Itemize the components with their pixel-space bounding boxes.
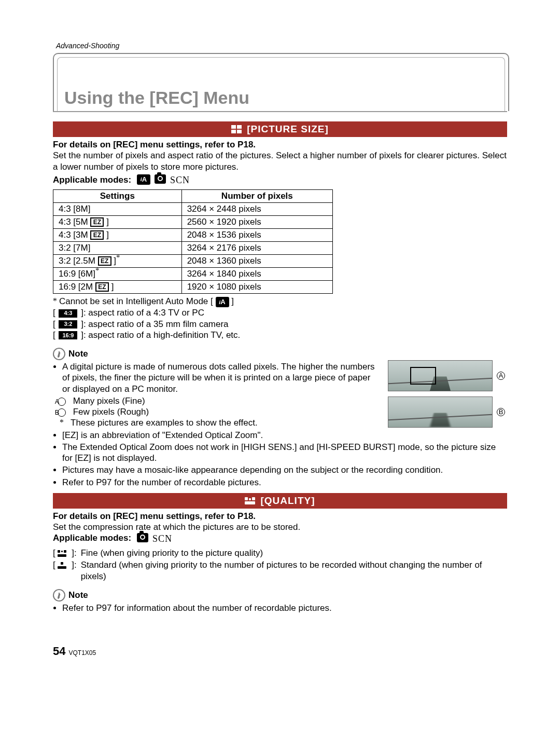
note-bullet: [EZ] is an abbreviation of "Extended Opt… [62, 430, 507, 441]
picture-size-heading: [PICTURE SIZE] [53, 121, 507, 137]
thumbnail-fine [388, 360, 493, 391]
quality-icon [245, 497, 255, 504]
pencil-icon [54, 349, 64, 359]
applicable-modes-label: Applicable modes: [53, 175, 131, 185]
example-thumbnails: A B [388, 360, 507, 428]
ratio-4-3-badge: 4:3 [59, 309, 77, 318]
table-row: 16:9 [2M EZ ] 1920 × 1080 pixels [53, 280, 333, 293]
footnote-3-2: [ 3:2 ]: aspect ratio of a 35 mm film ca… [53, 319, 507, 330]
asterisk: * [95, 266, 100, 275]
picture-size-icon [231, 125, 242, 133]
quality-fine-item: [ ]: Fine (when giving priority to the p… [53, 548, 507, 558]
circled-a-icon: A [58, 398, 66, 406]
camera-mode-icon [155, 174, 166, 184]
camera-mode-icon [137, 533, 148, 542]
note-icon [51, 587, 68, 604]
thumbnail-label-a: A [497, 372, 505, 380]
table-row: 3:2 [7M] 3264 × 2176 pixels [53, 241, 333, 254]
scn-mode-icon: SCN [152, 533, 172, 545]
section-path: Advanced-Shooting [56, 42, 507, 50]
quality-heading-label: [QUALITY] [260, 495, 315, 507]
ez-icon: EZ [90, 217, 104, 227]
page-number: 54 [53, 645, 65, 658]
picsize-ref-line: For details on [REC] menu settings, refe… [53, 139, 507, 150]
picsize-description: Set the number of pixels and aspect rati… [53, 150, 507, 172]
note-sub-b: B Few pixels (Rough) [62, 406, 381, 417]
footnote-4-3: [ 4:3 ]: aspect ratio of a 4:3 TV or PC [53, 307, 507, 318]
quality-ref-line: For details on [REC] menu settings, refe… [53, 511, 507, 522]
ez-icon: EZ [98, 256, 111, 266]
note-sub-ast: *These pictures are examples to show the… [62, 417, 381, 428]
note-sub-a: A Many pixels (Fine) [62, 395, 381, 406]
pencil-icon [54, 590, 64, 600]
note-bullet: A digital picture is made of numerous do… [62, 361, 381, 394]
circled-b-icon: B [58, 408, 66, 417]
note-label: Note [68, 590, 88, 600]
table-row: 3:2 [2.5M EZ ]* 2048 × 1360 pixels [53, 254, 333, 267]
note-heading: Note [53, 589, 507, 601]
thumbnail-label-b: B [497, 408, 505, 416]
title-rule [53, 111, 507, 112]
ratio-3-2-badge: 3:2 [59, 320, 77, 329]
asterisk: * [116, 253, 120, 262]
ez-icon: EZ [95, 282, 109, 292]
standard-quality-icon [58, 562, 69, 569]
ratio-16-9-badge: 16:9 [59, 331, 77, 339]
table-row: 16:9 [6M]* 3264 × 1840 pixels [53, 267, 333, 280]
th-settings: Settings [53, 189, 182, 202]
note-bullet: Refer to P97 for information about the n… [62, 603, 507, 613]
note-bullet: The Extended Optical Zoom does not work … [62, 442, 507, 464]
scn-mode-icon: SCN [170, 174, 190, 186]
applicable-modes-label: Applicable modes: [53, 533, 131, 543]
note-label: Note [68, 349, 88, 359]
page-title: Using the [REC] Menu [64, 88, 249, 108]
fine-quality-icon [58, 550, 69, 557]
thumbnail-rough [388, 396, 493, 428]
ez-icon: EZ [90, 230, 104, 240]
intelligent-auto-icon: iA [216, 297, 229, 307]
note-bullet: Refer to P97 for the number of recordabl… [62, 477, 507, 488]
quality-standard-item: [ ]: Standard (when giving priority to t… [53, 559, 507, 582]
title-frame: Using the [REC] Menu [53, 53, 509, 111]
picsize-applicable-modes: Applicable modes: iA SCN [53, 174, 507, 186]
picture-size-heading-label: [PICTURE SIZE] [247, 124, 329, 135]
footnote-asterisk: *Cannot be set in Intelligent Auto Mode … [53, 296, 507, 308]
picture-size-table: Settings Number of pixels 4:3 [8M] 3264 … [53, 189, 333, 294]
page-footer: 54 VQT1X05 [53, 645, 507, 658]
doc-code: VQT1X05 [68, 649, 96, 657]
table-row: 4:3 [3M EZ ] 2048 × 1536 pixels [53, 228, 333, 241]
quality-heading: [QUALITY] [53, 493, 507, 509]
footnote-16-9: [ 16:9 ]: aspect ratio of a high-definit… [53, 330, 507, 340]
th-pixels: Number of pixels [181, 189, 332, 202]
quality-applicable-modes: Applicable modes: SCN [53, 532, 507, 544]
quality-description: Set the compression rate at which the pi… [53, 522, 507, 532]
table-row: 4:3 [5M EZ ] 2560 × 1920 pixels [53, 215, 333, 228]
note-bullet: Pictures may have a mosaic-like appearan… [62, 464, 507, 475]
note-heading: Note [53, 348, 507, 360]
table-row: 4:3 [8M] 3264 × 2448 pixels [53, 202, 333, 215]
intelligent-auto-icon: iA [137, 174, 150, 185]
